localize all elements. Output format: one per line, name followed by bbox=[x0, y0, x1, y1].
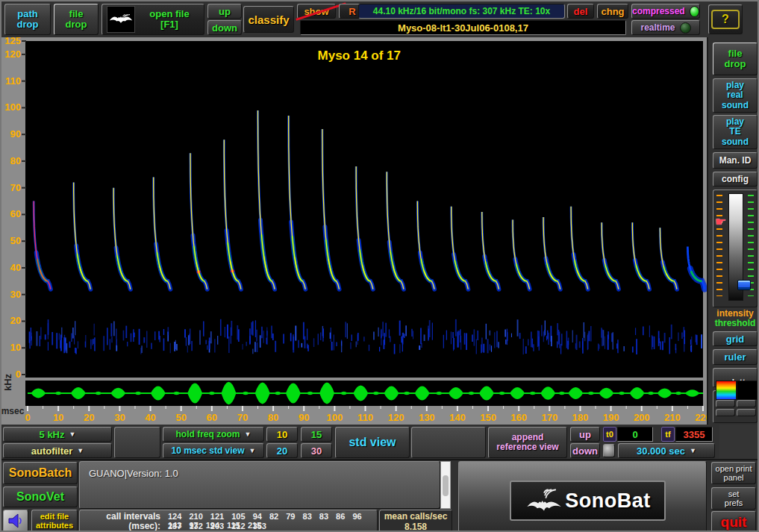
svg-text:90: 90 bbox=[299, 412, 309, 423]
palette-panel: palette bbox=[713, 390, 758, 423]
svg-text:50: 50 bbox=[175, 412, 186, 423]
realtime-toggle[interactable]: realtime bbox=[631, 20, 700, 35]
svg-text:100: 100 bbox=[327, 412, 343, 423]
guano-version-text: GUANO|Version: 1.0 bbox=[89, 468, 178, 479]
speaker-button[interactable] bbox=[3, 510, 28, 532]
del-button[interactable]: del bbox=[567, 4, 594, 19]
play-real-sound-button[interactable]: play real sound bbox=[713, 78, 758, 113]
set-prefs-button[interactable]: set prefs bbox=[711, 487, 756, 510]
small-gray-button[interactable] bbox=[603, 444, 615, 457]
svg-text:70: 70 bbox=[10, 182, 21, 193]
autofilter-dropdown[interactable]: autofilter▼ bbox=[3, 443, 112, 458]
svg-text:125: 125 bbox=[4, 37, 21, 46]
svg-text:90: 90 bbox=[10, 128, 21, 140]
palette-swatch-3[interactable] bbox=[716, 409, 735, 416]
svg-text:0: 0 bbox=[16, 369, 21, 380]
msec-view-value: 10 msec std view bbox=[172, 445, 245, 456]
svg-text:10: 10 bbox=[10, 342, 21, 353]
palette-swatch-2[interactable] bbox=[737, 400, 756, 407]
chng-button[interactable]: chng bbox=[597, 4, 628, 19]
view-30-button[interactable]: 30 bbox=[301, 443, 332, 458]
palette-swatch-4[interactable] bbox=[737, 409, 756, 416]
t0-value[interactable]: 0 bbox=[617, 427, 653, 442]
palette-black-swatch[interactable] bbox=[737, 381, 758, 400]
play-te-sound-button[interactable]: play TE sound bbox=[713, 115, 758, 149]
svg-text:210: 210 bbox=[664, 412, 681, 423]
right-sidebar: file drop play real sound play TE sound … bbox=[707, 37, 759, 425]
svg-text:160: 160 bbox=[510, 412, 527, 423]
hold-freq-zoom-dropdown[interactable]: hold freq zoom▼ bbox=[163, 427, 264, 442]
svg-text:0: 0 bbox=[25, 412, 30, 423]
svg-text:10: 10 bbox=[53, 412, 63, 423]
std-view-button[interactable]: std view bbox=[335, 427, 410, 458]
window-up-button[interactable]: up bbox=[570, 427, 600, 442]
view-10-button[interactable]: 10 bbox=[266, 427, 298, 442]
intensity-label: intensity bbox=[708, 309, 759, 319]
sonobat-logo: SonoBat bbox=[510, 481, 666, 521]
intensity-threshold-slider[interactable]: ☛ bbox=[713, 190, 758, 307]
file-drop-button[interactable]: file drop bbox=[54, 4, 99, 35]
svg-text:msec: msec bbox=[1, 406, 25, 416]
mean-calls-label: mean calls/sec bbox=[380, 511, 452, 522]
show-button[interactable]: show bbox=[297, 4, 336, 19]
grid-button[interactable]: grid bbox=[713, 331, 758, 346]
sonobat-logo-text: SonoBat bbox=[565, 489, 651, 513]
call-intervals-row2: 237 132 203 212 353 bbox=[168, 522, 266, 531]
open-file-label: open file [F1] bbox=[135, 9, 204, 31]
window-sec-value: 30.000 sec bbox=[637, 445, 685, 457]
tf-value[interactable]: 3355 bbox=[675, 427, 713, 442]
open-print-panel-button[interactable]: open print panel bbox=[711, 462, 756, 484]
spectrogram-canvas[interactable]: 1251201101009080706050403020100kHzmsec01… bbox=[1, 37, 707, 425]
sonobat-logo-panel: SonoBat bbox=[458, 461, 707, 532]
svg-text:80: 80 bbox=[10, 155, 21, 166]
window-down-button[interactable]: down bbox=[570, 443, 600, 458]
config-button[interactable]: config bbox=[713, 172, 758, 187]
edit-file-attributes-button[interactable]: edit file attributes bbox=[31, 510, 78, 532]
freq-step-dropdown[interactable]: 5 kHz▼ bbox=[3, 427, 112, 442]
call-intervals-label: call intervals (msec): bbox=[86, 512, 160, 531]
compressed-toggle[interactable]: compressed bbox=[631, 4, 700, 19]
classify-button[interactable]: classify bbox=[243, 6, 294, 33]
svg-text:140: 140 bbox=[449, 412, 466, 423]
chevron-down-icon: ▼ bbox=[249, 447, 256, 454]
svg-text:110: 110 bbox=[357, 412, 373, 423]
sidebar-file-drop-button[interactable]: file drop bbox=[713, 43, 758, 75]
file-down-button[interactable]: down bbox=[207, 20, 242, 35]
help-button[interactable]: ? bbox=[708, 4, 743, 34]
realtime-led bbox=[680, 22, 691, 34]
palette-rainbow-swatch[interactable] bbox=[716, 381, 737, 400]
sonovet-button[interactable]: SonoVet bbox=[3, 486, 78, 507]
hand-pointer-icon[interactable]: ☛ bbox=[715, 214, 726, 230]
palette-swatch-1[interactable] bbox=[716, 400, 735, 407]
path-drop-button[interactable]: path drop bbox=[4, 4, 51, 35]
tf-label: tf bbox=[661, 427, 675, 442]
scrollbar-thumb[interactable] bbox=[443, 475, 449, 496]
guano-scrollbar[interactable] bbox=[440, 461, 451, 509]
freq-step-value: 5 kHz bbox=[40, 429, 65, 440]
window-sec-dropdown[interactable]: 30.000 sec▼ bbox=[618, 443, 715, 458]
file-up-button[interactable]: up bbox=[207, 4, 242, 19]
sonobat-window: path drop file drop open file [F1] up do… bbox=[0, 0, 759, 532]
view-15-button[interactable]: 15 bbox=[301, 427, 332, 442]
sonobatch-button[interactable]: SonoBatch bbox=[3, 462, 78, 484]
slider-ticks-left bbox=[716, 195, 722, 296]
append-reference-view-button[interactable]: append reference view bbox=[488, 427, 567, 458]
t0-label: t0 bbox=[603, 427, 616, 442]
threshold-label: threshold bbox=[708, 319, 759, 328]
open-file-button[interactable]: open file [F1] bbox=[101, 4, 204, 35]
quit-button[interactable]: quit bbox=[711, 511, 756, 532]
guano-metadata-panel[interactable]: GUANO|Version: 1.0 bbox=[79, 461, 440, 509]
manual-id-button[interactable]: Man. ID bbox=[713, 152, 758, 169]
svg-text:170: 170 bbox=[541, 412, 557, 423]
svg-text:60: 60 bbox=[10, 208, 21, 219]
call-intervals-panel: call intervals (msec): 124 210 121 105 9… bbox=[79, 510, 378, 532]
threshold-marker-icon[interactable] bbox=[737, 280, 751, 290]
view-20-button[interactable]: 20 bbox=[266, 443, 298, 458]
msec-view-dropdown[interactable]: 10 msec std view▼ bbox=[163, 443, 264, 458]
speaker-icon bbox=[7, 513, 24, 528]
svg-text:80: 80 bbox=[268, 412, 278, 423]
svg-text:110: 110 bbox=[5, 75, 21, 87]
ruler-button[interactable]: ruler bbox=[713, 349, 758, 365]
chevron-down-icon: ▼ bbox=[690, 447, 696, 454]
compressed-label: compressed bbox=[632, 6, 685, 16]
